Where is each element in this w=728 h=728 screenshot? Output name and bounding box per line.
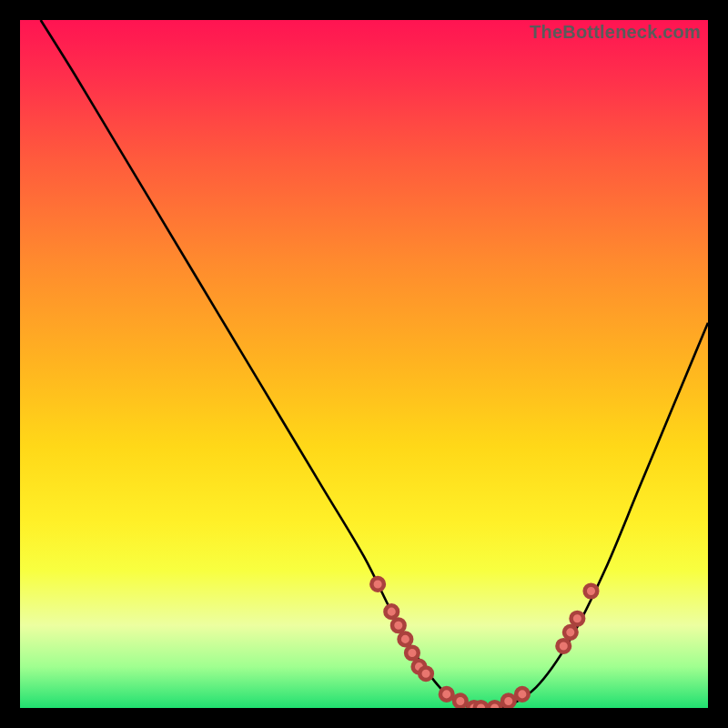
bottleneck-curve — [41, 20, 708, 708]
data-marker — [392, 619, 405, 632]
data-marker — [420, 667, 432, 680]
data-marker — [385, 605, 398, 618]
data-markers — [371, 578, 597, 708]
data-marker — [564, 626, 577, 639]
data-marker — [406, 647, 419, 660]
data-marker — [489, 702, 501, 708]
data-marker — [571, 612, 584, 625]
data-marker — [454, 695, 467, 708]
curve-svg — [20, 20, 708, 708]
chart-frame: TheBottleneck.com — [0, 0, 728, 728]
data-marker — [585, 585, 598, 598]
data-marker — [502, 695, 515, 708]
data-marker — [557, 640, 570, 652]
data-marker — [371, 578, 384, 591]
plot-area: TheBottleneck.com — [20, 20, 708, 708]
data-marker — [475, 702, 488, 708]
data-marker — [399, 633, 412, 646]
data-marker — [440, 688, 453, 701]
data-marker — [516, 688, 529, 701]
